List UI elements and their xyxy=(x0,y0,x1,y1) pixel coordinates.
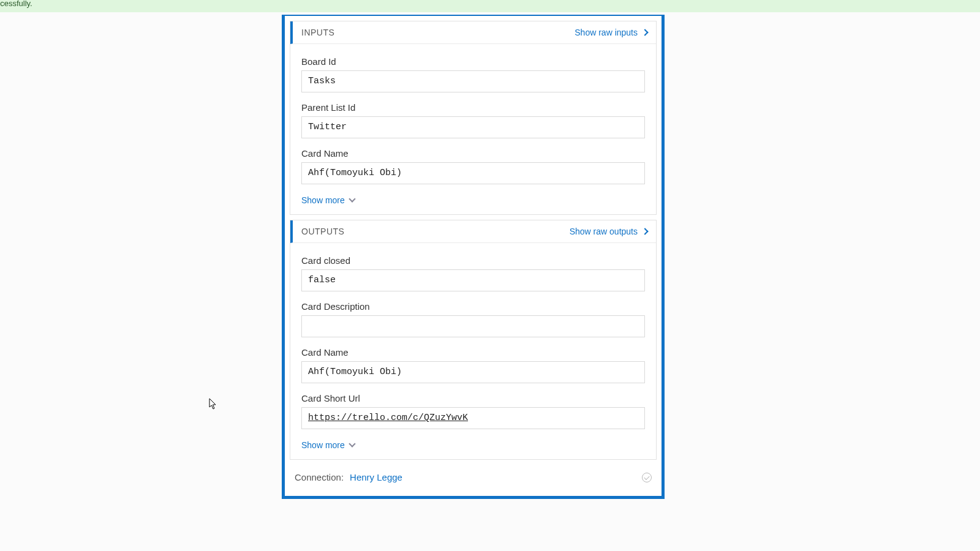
card-description-label: Card Description xyxy=(301,301,645,312)
inputs-show-more-button[interactable]: Show more xyxy=(301,195,355,205)
board-id-value[interactable]: Tasks xyxy=(301,70,645,92)
card-closed-label: Card closed xyxy=(301,255,645,266)
inputs-header: INPUTS Show raw inputs xyxy=(290,21,656,44)
card-short-url-label: Card Short Url xyxy=(301,393,645,403)
parent-list-id-label: Parent List Id xyxy=(301,102,645,113)
card-name-input-label: Card Name xyxy=(301,148,645,159)
chevron-right-icon xyxy=(641,29,648,36)
inputs-show-more-label: Show more xyxy=(301,195,345,205)
show-raw-outputs-label: Show raw outputs xyxy=(570,227,638,236)
show-raw-inputs-label: Show raw inputs xyxy=(575,28,638,37)
chevron-right-icon xyxy=(641,228,648,234)
success-banner: successfully. xyxy=(0,0,980,12)
show-raw-inputs-link[interactable]: Show raw inputs xyxy=(575,28,647,37)
run-details-card: INPUTS Show raw inputs Board Id Tasks Pa… xyxy=(282,15,665,499)
outputs-show-more-label: Show more xyxy=(301,440,345,450)
inputs-body: Board Id Tasks Parent List Id Twitter Ca… xyxy=(290,44,656,214)
outputs-panel: OUTPUTS Show raw outputs Card closed fal… xyxy=(290,220,657,460)
card-name-input-value[interactable]: Ahf(Tomoyuki Obi) xyxy=(301,162,645,184)
success-banner-text: successfully. xyxy=(0,0,32,8)
connection-label: Connection: xyxy=(295,472,344,482)
chevron-down-icon xyxy=(349,440,355,447)
card-name-output-value[interactable]: Ahf(Tomoyuki Obi) xyxy=(301,361,645,383)
outputs-header: OUTPUTS Show raw outputs xyxy=(290,220,656,243)
card-closed-value[interactable]: false xyxy=(301,269,645,291)
outputs-body: Card closed false Card Description Card … xyxy=(290,243,656,459)
chevron-down-icon xyxy=(349,195,355,202)
board-id-label: Board Id xyxy=(301,56,645,67)
outputs-show-more-button[interactable]: Show more xyxy=(301,440,355,450)
card-short-url-value[interactable]: https://trello.com/c/QZuzYwvK xyxy=(301,407,645,429)
inputs-title: INPUTS xyxy=(301,28,334,37)
show-raw-outputs-link[interactable]: Show raw outputs xyxy=(570,227,647,236)
connection-name[interactable]: Henry Legge xyxy=(350,472,402,482)
parent-list-id-value[interactable]: Twitter xyxy=(301,116,645,138)
check-circle-icon xyxy=(642,473,652,482)
connection-row: Connection: Henry Legge xyxy=(285,465,662,496)
cursor-icon xyxy=(209,398,217,410)
outputs-title: OUTPUTS xyxy=(301,227,344,236)
card-description-value[interactable] xyxy=(301,315,645,337)
inputs-panel: INPUTS Show raw inputs Board Id Tasks Pa… xyxy=(290,21,657,215)
card-name-output-label: Card Name xyxy=(301,347,645,358)
